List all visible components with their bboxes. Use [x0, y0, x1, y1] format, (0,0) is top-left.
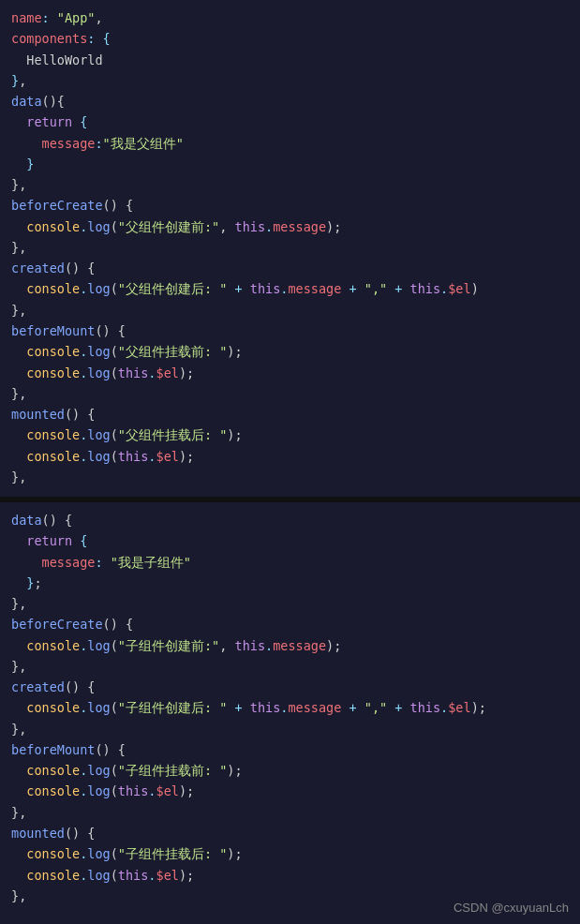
watermark: CSDN @cxuyuanLch: [454, 899, 569, 918]
code-content-2: data() { return { message: "我是子组件" }; },…: [0, 510, 580, 906]
code-block-1: name: "App", components: { HelloWorld },…: [0, 0, 580, 497]
code-block-2: data() { return { message: "我是子组件" }; },…: [0, 502, 580, 924]
code-content-1: name: "App", components: { HelloWorld },…: [0, 7, 580, 487]
